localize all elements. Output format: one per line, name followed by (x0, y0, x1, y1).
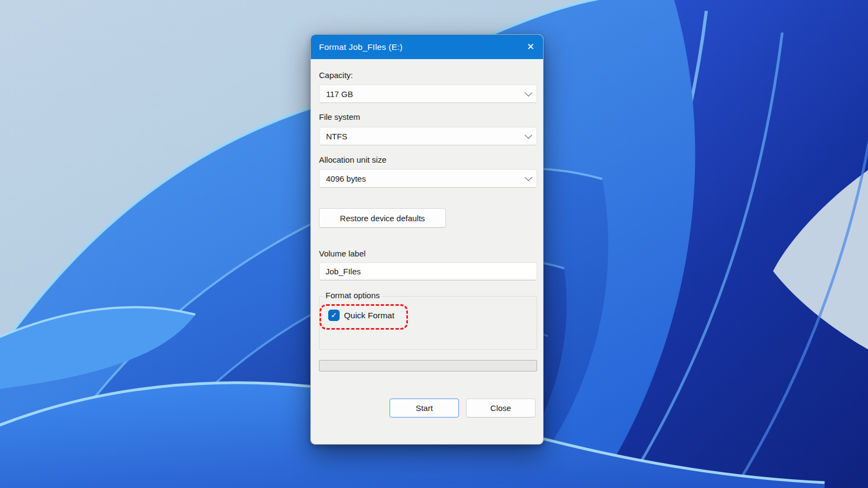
quick-format-row: ✓ Quick Format (328, 310, 394, 321)
capacity-dropdown[interactable]: 117 GB (319, 85, 537, 103)
format-options-legend: Format options (323, 291, 382, 300)
format-progress-bar (319, 360, 537, 371)
start-button[interactable]: Start (390, 399, 459, 418)
capacity-label: Capacity: (319, 70, 353, 80)
volume-label-input[interactable] (319, 262, 537, 280)
close-button[interactable]: ✕ (518, 35, 543, 59)
volume-label-caption: Volume label (319, 249, 366, 258)
file-system-value: NTFS (326, 132, 347, 141)
restore-defaults-button[interactable]: Restore device defaults (319, 208, 446, 228)
capacity-value: 117 GB (326, 89, 353, 99)
file-system-label: File system (319, 112, 360, 121)
dialog-titlebar: Format Job_FIles (E:) ✕ (311, 35, 543, 59)
close-button-label: Close (490, 403, 511, 413)
close-dialog-button[interactable]: Close (466, 399, 535, 418)
restore-defaults-label: Restore device defaults (340, 214, 425, 223)
chevron-down-icon (525, 174, 532, 181)
dialog-title: Format Job_FIles (E:) (311, 42, 403, 52)
chevron-down-icon (525, 89, 532, 97)
close-icon: ✕ (527, 41, 534, 53)
start-button-label: Start (416, 403, 433, 413)
checkmark-icon: ✓ (331, 311, 337, 319)
format-options-group: Format options ✓ Quick Format (319, 296, 537, 350)
file-system-dropdown[interactable]: NTFS (319, 127, 537, 145)
chevron-down-icon (525, 131, 532, 139)
quick-format-checkbox[interactable]: ✓ (328, 310, 340, 321)
allocation-unit-dropdown[interactable]: 4096 bytes (319, 169, 537, 188)
allocation-unit-label: Allocation unit size (319, 155, 386, 164)
format-dialog: Format Job_FIles (E:) ✕ Capacity: 117 GB… (310, 34, 544, 445)
quick-format-label: Quick Format (344, 311, 394, 320)
desktop: Format Job_FIles (E:) ✕ Capacity: 117 GB… (0, 0, 868, 488)
allocation-unit-value: 4096 bytes (326, 174, 366, 183)
